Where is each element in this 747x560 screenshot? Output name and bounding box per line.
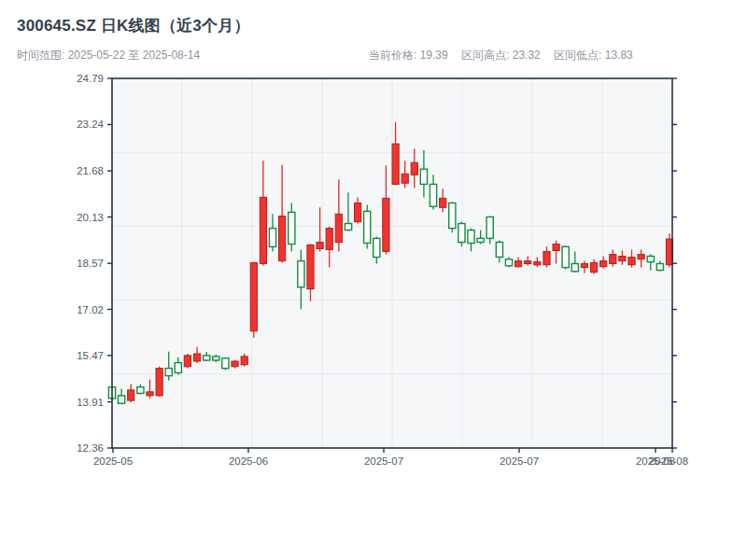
candle: [458, 222, 465, 247]
candle: [562, 245, 569, 269]
svg-text:24.79: 24.79: [77, 73, 104, 84]
candle: [250, 262, 257, 338]
svg-text:2025-07: 2025-07: [364, 455, 403, 467]
candle: [184, 354, 190, 369]
svg-text:17.02: 17.02: [77, 304, 104, 315]
svg-text:21.68: 21.68: [77, 165, 104, 176]
candle: [364, 204, 371, 248]
svg-text:20.13: 20.13: [77, 212, 104, 223]
candle: [449, 203, 456, 233]
candle: [222, 357, 229, 371]
svg-text:2025-06: 2025-06: [229, 455, 268, 467]
svg-text:15.47: 15.47: [77, 350, 104, 361]
kline-chart: 24.7923.2421.6820.1318.5717.0215.4713.91…: [0, 0, 747, 560]
candle: [505, 258, 512, 268]
svg-text:12.36: 12.36: [77, 442, 104, 454]
svg-text:13.91: 13.91: [77, 397, 104, 408]
y-axis-labels: 24.7923.2421.6820.1318.5717.0215.4713.91…: [77, 73, 104, 454]
x-axis-labels: 2025-052025-062025-072025-072025-082025-…: [93, 455, 688, 467]
svg-text:2025-05: 2025-05: [93, 455, 133, 467]
candle: [156, 367, 162, 397]
svg-text:18.57: 18.57: [77, 258, 104, 269]
svg-text:23.24: 23.24: [77, 119, 104, 130]
svg-text:2025-07: 2025-07: [500, 455, 539, 467]
svg-text:2025-08: 2025-08: [649, 455, 688, 467]
